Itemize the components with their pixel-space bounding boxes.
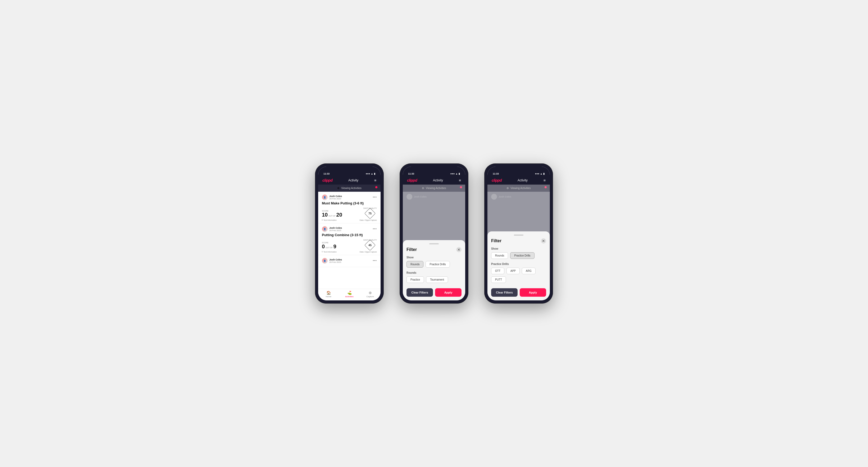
wifi-icon-1: ▲: [371, 173, 373, 175]
nav-activities-1[interactable]: ⛳ Activities: [339, 291, 360, 298]
putt-btn-3[interactable]: PUTT: [491, 276, 506, 283]
tournament-btn-2[interactable]: Tournament: [426, 276, 448, 283]
phone-3: 11:33 ●●● ▲ ▮ clippd Activity ≡ ⚙ Viewin…: [484, 163, 553, 304]
show-label-3: Show: [491, 247, 546, 250]
stat-score-2: Score 0 OUT OF 9: [322, 242, 336, 249]
battery-icon-3: ▮: [543, 173, 545, 175]
card-header-1: 👤 Josh Coles 28 Feb 2023 •••: [322, 194, 377, 200]
shots-value-1: 20: [336, 212, 342, 217]
filter-actions-2: Clear Filters Apply: [406, 288, 462, 297]
menu-icon-3[interactable]: ≡: [544, 179, 546, 182]
viewing-bar-2: ⚙ Viewing Activities: [403, 185, 465, 192]
apply-btn-3[interactable]: Apply: [520, 288, 546, 297]
signal-icon-1: ●●●: [366, 173, 370, 175]
score-value-row-1: 10 OUT OF 20: [322, 212, 342, 217]
activity-card-1[interactable]: 👤 Josh Coles 28 Feb 2023 ••• Must Make P…: [318, 192, 380, 223]
time-2: 11:33: [408, 173, 414, 175]
card-header-2: 👤 Josh Coles 28 Feb 2023 •••: [322, 226, 377, 232]
shot-quality-badge-1: 75: [365, 208, 376, 219]
bg-hint-2: Josh Coles: [403, 192, 465, 202]
show-practice-drills-btn-3[interactable]: Practice Drills: [510, 252, 534, 259]
clear-filters-btn-3[interactable]: Clear Filters: [491, 288, 518, 297]
phone-2-screen: 11:33 ●●● ▲ ▮ clippd Activity ≡ ⚙ Viewin…: [403, 166, 465, 301]
data-source-1: Data: Clippd Capture: [360, 219, 377, 221]
filter-icon-1: ⚙: [337, 187, 340, 190]
user-name-1: Josh Coles: [329, 195, 342, 197]
status-icons-2: ●●● ▲ ▮: [451, 173, 460, 175]
header-title-1: Activity: [348, 179, 359, 182]
capture-label-1: Capture: [366, 295, 374, 298]
viewing-bar-1[interactable]: ⚙ Viewing Activities: [318, 185, 380, 192]
dynamic-island-3: [509, 169, 528, 174]
drills-options-3: OTT APP ARG PUTT: [491, 268, 546, 283]
shot-quality-value-1: 75: [368, 212, 372, 215]
user-name-3: Josh Coles: [329, 258, 342, 261]
rounds-options-2: Practice Tournament: [406, 276, 462, 283]
signal-icon-3: ●●●: [535, 173, 539, 175]
filter-handle-3: [514, 235, 523, 236]
clear-filters-btn-2[interactable]: Clear Filters: [406, 288, 433, 297]
viewing-text-2: Viewing Activities: [426, 187, 446, 190]
header-title-2: Activity: [433, 179, 443, 182]
viewing-text-3: Viewing Activities: [510, 187, 531, 190]
user-date-1: 28 Feb 2023: [329, 197, 342, 200]
avatar-1: 👤: [322, 194, 328, 200]
score-label-2: Score: [322, 242, 336, 244]
shot-quality-badge-2: 45: [365, 240, 376, 251]
test-info-text-2: Test Information: [323, 251, 337, 253]
bg-hint-3: Josh Coles: [488, 192, 550, 202]
phone-3-screen: 11:33 ●●● ▲ ▮ clippd Activity ≡ ⚙ Viewin…: [488, 166, 550, 301]
card-footer-1: ℹ Test Information Data: Clippd Capture: [322, 219, 377, 221]
phone-2: 11:33 ●●● ▲ ▮ clippd Activity ≡ ⚙ Viewin…: [400, 163, 468, 304]
more-dots-1[interactable]: •••: [373, 195, 377, 199]
practice-btn-2[interactable]: Practice: [406, 276, 424, 283]
arg-btn-3[interactable]: ARG: [522, 268, 535, 274]
score-value-2: 0: [322, 244, 325, 249]
activity-card-3[interactable]: 👤 Josh Coles 28 Feb 2023 •••: [318, 255, 380, 267]
menu-icon-1[interactable]: ≡: [374, 179, 376, 182]
filter-area-3: Josh Coles Filter ✕ Show Rounds Practice…: [488, 192, 550, 301]
show-practice-btn-2[interactable]: Practice Drills: [426, 261, 450, 268]
avatar-img-3: 👤: [322, 258, 328, 263]
capture-icon-1: ⊕: [369, 291, 372, 295]
filter-close-2[interactable]: ✕: [456, 247, 462, 252]
stats-row-1: Score 10 OUT OF 20 Shot Quality: [322, 207, 377, 217]
user-info-2: 👤 Josh Coles 28 Feb 2023: [322, 226, 342, 232]
show-label-2: Show: [406, 256, 462, 259]
filter-sheet-3: Filter ✕ Show Rounds Practice Drills Pra…: [488, 231, 550, 301]
show-options-2: Rounds Practice Drills: [406, 261, 462, 268]
more-dots-2[interactable]: •••: [373, 227, 377, 231]
signal-icon-2: ●●●: [451, 173, 455, 175]
nav-capture-1[interactable]: ⊕ Capture: [360, 291, 380, 298]
user-info-1: 👤 Josh Coles 28 Feb 2023: [322, 194, 342, 200]
logo-3: clippd: [492, 178, 502, 183]
avatar-img-1: 👤: [322, 195, 328, 200]
score-value-row-2: 0 OUT OF 9: [322, 244, 336, 249]
data-source-2: Data: Clippd Capture: [360, 251, 377, 253]
filter-close-3[interactable]: ✕: [541, 238, 546, 244]
filter-header-2: Filter ✕: [406, 247, 462, 252]
activity-card-2[interactable]: 👤 Josh Coles 28 Feb 2023 ••• Putting Com…: [318, 223, 380, 255]
user-meta-1: Josh Coles 28 Feb 2023: [329, 195, 342, 200]
avatar-img-2: 👤: [322, 226, 328, 232]
filter-actions-3: Clear Filters Apply: [491, 288, 546, 297]
filter-title-2: Filter: [406, 247, 417, 252]
stat-score-1: Score 10 OUT OF 20: [322, 210, 342, 217]
viewing-dot-2: [460, 186, 462, 188]
show-rounds-btn-3[interactable]: Rounds: [491, 252, 508, 259]
card-footer-2: ℹ Test Information Data: Clippd Capture: [322, 251, 377, 253]
logo-1: clippd: [322, 178, 333, 183]
filter-handle-2: [429, 243, 439, 244]
nav-home-1[interactable]: 🏠 Home: [318, 291, 339, 298]
home-label-1: Home: [326, 295, 331, 298]
apply-btn-2[interactable]: Apply: [435, 288, 462, 297]
show-rounds-btn-2[interactable]: Rounds: [406, 261, 424, 268]
test-info-1: ℹ Test Information: [322, 219, 337, 221]
menu-icon-2[interactable]: ≡: [459, 179, 461, 182]
app-btn-3[interactable]: APP: [506, 268, 520, 274]
ott-btn-3[interactable]: OTT: [491, 268, 504, 274]
viewing-dot-1: [375, 186, 377, 188]
activity-content-1: 👤 Josh Coles 28 Feb 2023 ••• Must Make P…: [318, 192, 380, 301]
more-dots-3[interactable]: •••: [373, 259, 377, 262]
stats-row-2: Score 0 OUT OF 9 Shot Quality 4: [322, 239, 377, 249]
